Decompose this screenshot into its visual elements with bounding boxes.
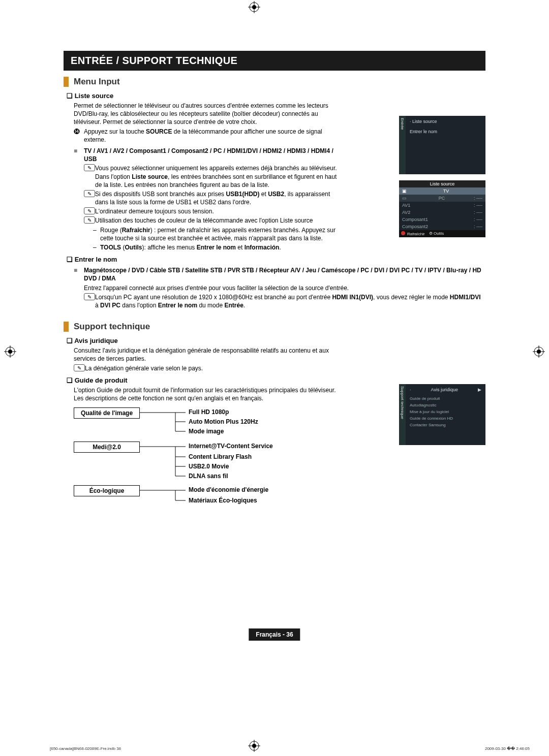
- note-mark-icon: ✎: [84, 207, 95, 214]
- panel-row-name: Composant2: [402, 224, 428, 229]
- flow-box-image-quality: Qualité de l'image: [74, 407, 140, 419]
- flow-leaf: USB2.0 Movie: [189, 463, 229, 470]
- source-list-line: TV / AV1 / AV2 / Composant1 / Composant2…: [84, 147, 343, 163]
- flowchart: Qualité de l'image Medi@2.0 Éco-logique …: [74, 407, 485, 519]
- print-footer-right: 2009-03-30 �� 2:46:05: [485, 746, 530, 751]
- paragraph: Si des dispositifs USB sont branchés aux…: [95, 190, 343, 206]
- panel-row-val: : ----: [474, 203, 482, 208]
- paragraph: L'ordinateur demeure toujours sous tensi…: [95, 207, 343, 215]
- screenshot-source-list: Liste source ▣TV ▭PC: ---- AV1: ---- AV2…: [399, 180, 485, 237]
- panel-row-val: : ----: [474, 224, 482, 229]
- panel-row: Entrer le nom: [410, 129, 437, 134]
- accent-bar-icon: [64, 77, 69, 87]
- screenshot-input-menu: Entrée · Liste source Entrer le nom: [399, 116, 485, 174]
- accent-bar-icon: [64, 322, 69, 332]
- panel-row: Liste source: [412, 119, 437, 124]
- page-footer-lang: Français - 36: [249, 628, 300, 641]
- flow-leaf: Matériaux Éco-logiques: [189, 497, 257, 504]
- square-bullet-icon: ■: [74, 147, 84, 163]
- subheading-entrer-le-nom: Entrer le nom: [67, 256, 485, 263]
- flow-leaf: Auto Motion Plus 120Hz: [189, 418, 258, 425]
- registration-mark-icon: [4, 345, 16, 358]
- panel-side-label: Entrée: [399, 116, 406, 174]
- panel-row-name: Composant1: [402, 217, 428, 222]
- flow-box-eco: Éco-logique: [74, 485, 140, 496]
- square-bullet-icon: ■: [74, 266, 84, 282]
- paragraph: Lorsqu'un PC ayant une résolution de 192…: [95, 293, 485, 309]
- paragraph: Rouge (Rafraîchir) : permet de rafraîchi…: [100, 226, 343, 242]
- paragraph: Utilisation des touches de couleur de la…: [95, 216, 343, 225]
- flow-leaf: Content Library Flash: [189, 453, 252, 460]
- paragraph: Permet de sélectionner le téléviseur ou …: [74, 102, 343, 127]
- note-mark-icon: ✎: [74, 364, 85, 371]
- registration-mark-icon: [248, 740, 260, 752]
- dash-icon: –: [93, 243, 100, 251]
- panel-row-name: AV2: [402, 210, 410, 215]
- flow-leaf: Mode image: [189, 428, 224, 435]
- panel-row-name: PC: [439, 196, 445, 201]
- paragraph: Consultez l'avis juridique et la dénégat…: [74, 346, 343, 363]
- panel-row: Avis juridique: [431, 387, 458, 392]
- panel-row-name: AV1: [402, 203, 410, 208]
- print-footer-left: [650-canada]BN68-02089E-Fre.indb 36: [50, 746, 121, 751]
- note-mark-icon: ✎: [84, 164, 95, 171]
- registration-mark-icon: [533, 345, 545, 358]
- paragraph: Vous pouvez sélectionner uniquement les …: [95, 164, 343, 189]
- section-title-menu-input: Menu Input: [64, 77, 485, 87]
- panel-row-val: : ----: [474, 210, 482, 215]
- registration-mark-icon: [248, 1, 260, 13]
- paragraph: Appuyez sur la touche SOURCE de la téléc…: [84, 128, 343, 144]
- flow-leaf: Internet@TV-Content Service: [189, 443, 273, 450]
- flow-box-media: Medi@2.0: [74, 442, 140, 453]
- panel-header: Liste source: [399, 180, 485, 187]
- source-list-line: Magnétoscope / DVD / Câble STB / Satelli…: [84, 266, 485, 282]
- panel-row-name: TV: [443, 188, 449, 194]
- paragraph: Entrez l'appareil connecté aux prises d'…: [84, 284, 485, 292]
- panel-row-val: : ----: [474, 217, 482, 222]
- paragraph: La dénégation générale varie selon le pa…: [85, 364, 343, 372]
- flow-leaf: Full HD 1080p: [189, 408, 229, 416]
- subheading-liste-source: Liste source: [67, 92, 485, 100]
- dash-icon: –: [93, 226, 100, 242]
- flow-leaf: Mode d'économie d'énergie: [189, 486, 268, 493]
- subheading-guide-de-produit: Guide de produit: [67, 376, 485, 384]
- flow-leaf: DLNA sans fil: [189, 472, 228, 480]
- note-mark-icon: ✎: [84, 190, 95, 197]
- panel-row-val: : ----: [474, 196, 482, 201]
- hint-mark-icon: ⓮: [74, 128, 84, 144]
- note-mark-icon: ✎: [84, 293, 95, 300]
- panel-footer-item: Outils: [434, 231, 444, 236]
- page-banner: ENTRÉE / SUPPORT TECHNIQUE: [64, 51, 485, 71]
- panel-footer-item: Rafraîchir: [407, 232, 425, 236]
- paragraph: TOOLS (Outils): affiche les menus Entrer…: [100, 243, 343, 251]
- subheading-avis-juridique: Avis juridique: [67, 337, 485, 344]
- note-mark-icon: ✎: [84, 216, 95, 224]
- panel-row: Guide de produit: [406, 395, 485, 402]
- section-title-support-technique: Support technique: [64, 322, 485, 332]
- paragraph: L'option Guide de produit fournit de l'i…: [74, 386, 343, 402]
